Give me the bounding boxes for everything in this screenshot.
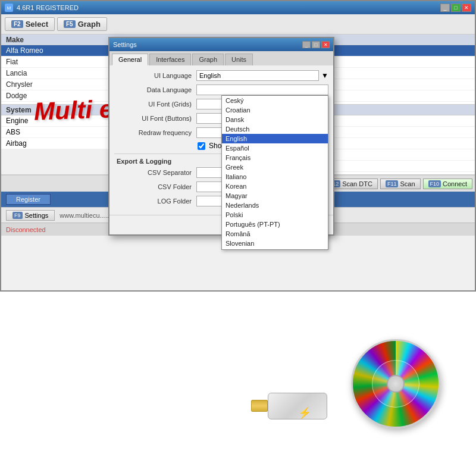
lang-dansk[interactable]: Dansk (222, 115, 328, 124)
ui-language-input[interactable] (196, 70, 319, 81)
lang-francais[interactable]: Français (222, 153, 328, 162)
lang-cesky[interactable]: Ceský (222, 96, 328, 105)
redraw-freq-label: Redraw frequency (114, 129, 192, 136)
usb-drive: ⚡ (256, 387, 333, 428)
lang-nederlands[interactable]: Nederlands (222, 201, 328, 210)
log-folder-label: LOG Folder (114, 198, 192, 205)
lang-srpski[interactable]: Srpski-LAT (222, 248, 328, 250)
dialog-minimize-button[interactable]: _ (302, 41, 311, 48)
dvd-center (387, 375, 405, 393)
ui-font-grids-label: UI Font (Grids) (114, 101, 192, 108)
dialog-title: Settings (113, 41, 137, 48)
lang-korean[interactable]: Korean (222, 181, 328, 191)
dialog-close-button[interactable]: ✕ (321, 41, 330, 48)
settings-dialog: Settings _ □ ✕ General Interfaces Graph … (108, 37, 334, 236)
lang-greek[interactable]: Greek (222, 162, 328, 172)
dialog-tabs: General Interfaces Graph Units (109, 51, 333, 65)
dropdown-arrow-icon[interactable]: ▼ (321, 71, 328, 80)
ui-language-row: UI Language ▼ (114, 70, 328, 81)
lang-croatian[interactable]: Croatian (222, 105, 328, 115)
illustration-area: ⚡ (0, 292, 476, 476)
ui-font-buttons-label: UI Font (Buttons) (114, 115, 192, 122)
lang-magyar[interactable]: Magyar (222, 191, 328, 201)
lang-portuguese[interactable]: Português (PT-PT) (222, 220, 328, 229)
data-language-label: Data Language (114, 86, 192, 93)
app-window: M 4.6R1 REGISTERED _ □ ✕ F2 Select F5 Gr… (0, 0, 476, 292)
lang-english[interactable]: English (222, 134, 328, 143)
dvd-disc (351, 339, 440, 428)
ui-language-label: UI Language (114, 72, 192, 79)
usb-connector (251, 400, 268, 412)
data-language-input[interactable] (196, 84, 328, 95)
tab-graph[interactable]: Graph (192, 54, 224, 65)
show-please-checkbox[interactable] (198, 142, 205, 150)
dialog-overlay: Settings _ □ ✕ General Interfaces Graph … (1, 1, 475, 290)
usb-body: ⚡ (268, 393, 327, 419)
lang-italiano[interactable]: Italiano (222, 172, 328, 181)
tab-interfaces[interactable]: Interfaces (149, 54, 191, 65)
data-language-row: Data Language (114, 84, 328, 95)
lang-romana[interactable]: Română (222, 229, 328, 239)
csv-separator-label: CSV Separator (114, 169, 192, 176)
lang-polski[interactable]: Polski (222, 210, 328, 220)
tab-general[interactable]: General (112, 54, 148, 65)
illustrations-container: ⚡ (256, 339, 440, 428)
lang-espanol[interactable]: Español (222, 143, 328, 153)
lang-slovenian[interactable]: Slovenian (222, 239, 328, 248)
tab-units[interactable]: Units (225, 54, 253, 65)
usb-logo-icon: ⚡ (298, 406, 311, 419)
lang-deutsch[interactable]: Deutsch (222, 124, 328, 134)
dialog-maximize-button[interactable]: □ (312, 41, 320, 48)
dialog-title-bar: Settings _ □ ✕ (109, 38, 333, 51)
dialog-content: UI Language ▼ Data Language UI Font (Gri… (109, 65, 333, 215)
csv-folder-label: CSV Folder (114, 183, 192, 190)
language-dropdown: Ceský Croatian Dansk Deutsch English Esp… (221, 95, 328, 250)
